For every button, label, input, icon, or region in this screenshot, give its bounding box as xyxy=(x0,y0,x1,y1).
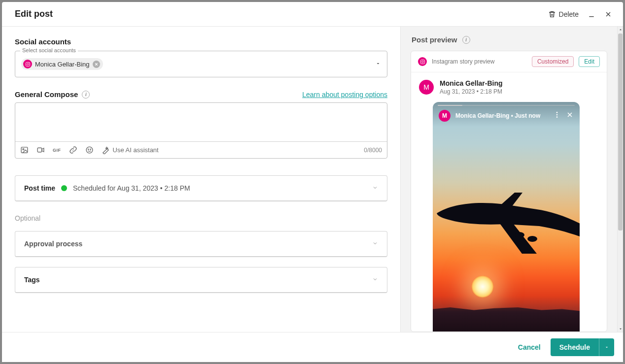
scrollbar[interactable] xyxy=(617,27,623,332)
story-sun xyxy=(471,275,494,298)
scrollbar-thumb[interactable] xyxy=(618,33,623,231)
video-icon[interactable] xyxy=(36,146,45,154)
story-avatar: M xyxy=(439,110,451,122)
image-icon[interactable] xyxy=(20,146,29,154)
compose-textarea[interactable] xyxy=(15,103,387,141)
customized-badge[interactable]: Customized xyxy=(532,56,574,67)
post-time-title: Post time xyxy=(24,184,55,192)
tags-card[interactable]: Tags xyxy=(15,267,387,293)
char-count: 0/8000 xyxy=(364,147,382,154)
chevron-down-icon xyxy=(375,60,381,68)
status-dot-icon xyxy=(61,185,67,191)
preview-card: Instagram story preview Customized Edit … xyxy=(411,51,607,332)
svg-point-11 xyxy=(423,60,424,61)
preview-header: Post preview i xyxy=(401,27,617,51)
edit-post-modal: Edit post Delete Social accounts Select … xyxy=(2,2,623,362)
story-preview: M Monica Gellar-Bing • Just now xyxy=(433,102,580,332)
gif-icon[interactable]: GIF xyxy=(53,148,61,153)
svg-rect-0 xyxy=(26,62,30,66)
svg-point-7 xyxy=(88,149,88,149)
compose-box: GIF Use AI assistant 0/8000 xyxy=(15,102,387,159)
remove-account-icon[interactable] xyxy=(93,61,100,68)
svg-point-1 xyxy=(27,63,29,65)
tags-title: Tags xyxy=(24,276,40,284)
more-icon[interactable] xyxy=(553,111,561,121)
svg-rect-9 xyxy=(420,60,424,64)
approval-title: Approval process xyxy=(24,240,82,248)
story-airplane xyxy=(436,190,580,259)
schedule-dropdown-button[interactable] xyxy=(599,338,614,356)
svg-point-4 xyxy=(23,149,24,150)
cancel-button[interactable]: Cancel xyxy=(515,339,544,355)
scroll-down-icon[interactable] xyxy=(618,326,623,332)
general-compose-title: General Compose i xyxy=(15,90,90,99)
svg-point-15 xyxy=(556,114,558,116)
minimize-button[interactable] xyxy=(588,10,595,18)
post-time-card[interactable]: Post time Scheduled for Aug 31, 2023 • 2… xyxy=(15,175,387,201)
preview-user-name: Monica Gellar-Bing xyxy=(440,79,503,87)
account-chip[interactable]: Monica Gellar-Bing xyxy=(21,58,103,70)
delete-button[interactable]: Delete xyxy=(548,10,579,18)
field-legend: Select social accounts xyxy=(20,47,78,53)
social-accounts-select[interactable]: Select social accounts Monica Gellar-Bin… xyxy=(15,51,387,77)
svg-point-8 xyxy=(90,149,90,149)
svg-point-6 xyxy=(86,147,93,153)
instagram-icon xyxy=(418,57,427,66)
link-icon[interactable] xyxy=(69,146,77,154)
svg-rect-5 xyxy=(37,148,42,152)
chevron-down-icon xyxy=(372,275,378,284)
approval-card[interactable]: Approval process xyxy=(15,231,387,257)
svg-rect-3 xyxy=(21,147,28,153)
social-accounts-title: Social accounts xyxy=(15,37,387,46)
svg-point-10 xyxy=(421,61,423,63)
chevron-down-icon xyxy=(604,345,609,350)
emoji-icon[interactable] xyxy=(85,146,94,154)
delete-label: Delete xyxy=(559,10,579,18)
chevron-down-icon xyxy=(372,239,378,248)
svg-point-16 xyxy=(556,116,558,118)
preview-user-time: Aug 31, 2023 • 2:18 PM xyxy=(440,88,503,95)
avatar: M xyxy=(419,80,434,95)
info-icon[interactable]: i xyxy=(82,91,90,99)
edit-preview-button[interactable]: Edit xyxy=(579,56,600,67)
modal-footer: Cancel Schedule xyxy=(2,332,623,362)
instagram-icon xyxy=(23,60,32,68)
info-icon[interactable]: i xyxy=(462,36,470,44)
story-user-label: Monica Gellar-Bing • Just now xyxy=(455,112,540,119)
svg-point-2 xyxy=(29,63,29,63)
preview-panel: Post preview i Instagram story preview C… xyxy=(400,27,617,332)
account-name: Monica Gellar-Bing xyxy=(35,61,90,68)
learn-posting-link[interactable]: Learn about posting options xyxy=(302,91,387,99)
compose-toolbar: GIF Use AI assistant 0/8000 xyxy=(15,141,387,158)
compose-panel: Social accounts Select social accounts M… xyxy=(2,27,400,332)
svg-point-12 xyxy=(515,232,524,238)
schedule-button[interactable]: Schedule xyxy=(551,338,599,356)
chevron-down-icon xyxy=(372,184,378,193)
svg-point-13 xyxy=(527,236,537,242)
trash-icon xyxy=(548,10,556,18)
close-button[interactable] xyxy=(604,10,612,18)
preview-subtype: Instagram story preview xyxy=(432,58,527,65)
svg-point-14 xyxy=(556,112,558,113)
modal-title: Edit post xyxy=(15,9,548,19)
close-story-icon[interactable] xyxy=(566,111,574,121)
scroll-up-icon[interactable] xyxy=(618,27,623,33)
ai-assistant-button[interactable]: Use AI assistant xyxy=(102,146,159,154)
modal-header: Edit post Delete xyxy=(2,2,623,27)
post-time-value: Scheduled for Aug 31, 2023 • 2:18 PM xyxy=(73,184,190,192)
optional-label: Optional xyxy=(15,214,387,222)
